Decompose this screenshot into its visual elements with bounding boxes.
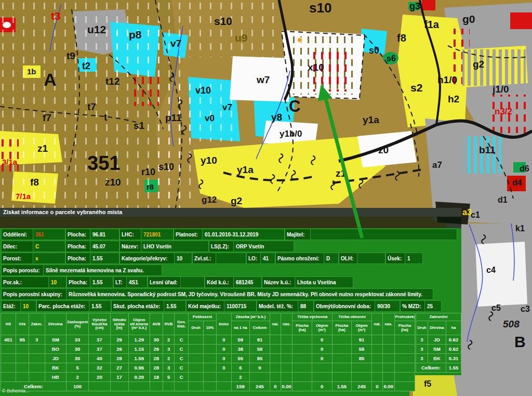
cell: 3 (416, 335, 428, 345)
cell: 91 (249, 335, 270, 345)
map-label-f1a: f1a (424, 19, 440, 30)
field-value: 1100715 (224, 300, 257, 312)
cell: 30 (66, 345, 88, 354)
cell: 28 (110, 354, 128, 363)
field-label: LO: (246, 253, 261, 264)
field-value: x (33, 253, 65, 264)
table-row: JD3040281.59282C05585085 (1, 354, 415, 363)
col-header: Objem stř.kmene (m³ b.k.) (128, 313, 150, 335)
cell (394, 363, 415, 373)
map-label-g12: g12 (202, 195, 217, 205)
map-label-c1: c1 (471, 210, 480, 219)
cell: 3 (416, 345, 428, 354)
map-label-v7: v7 (222, 102, 232, 112)
field-value: 1.55 (90, 253, 119, 264)
field-value: Lhota u Vsetína (295, 276, 353, 288)
col-header: ha (446, 321, 461, 335)
cell: 0 (216, 354, 231, 363)
cell: 33 (66, 335, 88, 345)
map-label-A: A (44, 70, 57, 89)
field-value: 721801 (141, 229, 174, 240)
cell (332, 354, 351, 363)
cell (332, 345, 351, 354)
cell: 2 (231, 373, 249, 382)
cell: 38 (231, 345, 249, 354)
cell (382, 373, 394, 382)
cell: BK (428, 354, 446, 363)
map-label-s6: s6 (387, 54, 396, 63)
cell (175, 382, 189, 391)
cell: 0.00 (382, 382, 394, 391)
map-label-j10: j1/0 (492, 84, 509, 95)
cell (312, 373, 332, 382)
selected-point-marker (297, 37, 302, 43)
cell: 29 (110, 335, 128, 345)
map-label-t12: t12 (105, 76, 119, 87)
cell (292, 354, 312, 363)
field-label: % MZD: (400, 300, 425, 312)
field-value: 41 (261, 253, 275, 264)
map-label-s10: s10 (158, 162, 174, 172)
map-label-t3: t3 (51, 10, 61, 22)
field-label: Porost: (1, 253, 33, 264)
map-label-g3: g3 (409, 1, 420, 11)
cell: 1.15 (128, 345, 150, 354)
cell (270, 345, 281, 354)
col-header: Druh (189, 321, 204, 335)
cell (270, 354, 281, 363)
cell (292, 345, 312, 354)
cell: 59 (231, 335, 249, 345)
col-header: Plocha (ha) (332, 321, 351, 335)
map-label-71a: 7/1a (16, 192, 31, 201)
map-label-s0: s0 (369, 45, 379, 56)
field-value: 681245 (234, 276, 262, 288)
cell: 58 (351, 345, 371, 354)
cell (189, 373, 204, 382)
cell: 5 (66, 363, 88, 373)
field-label: Platnost: (174, 229, 203, 240)
cell: C (175, 345, 189, 354)
map-label-v10: v10 (195, 85, 211, 96)
cell (16, 354, 29, 363)
map-label-r10: r10 (141, 167, 155, 177)
field-value: 4S1 (127, 276, 148, 288)
info-panel: Získat informace o parcele vybraného mís… (0, 208, 461, 396)
col-header: Věk (16, 313, 29, 335)
field-value (357, 253, 385, 264)
cell: 0.96 (128, 363, 150, 373)
cell: 100 (66, 382, 88, 391)
cell: 27 (110, 363, 128, 373)
map-label-x10: x10 (308, 62, 324, 73)
cell: 9 (249, 363, 270, 373)
field-label: Plocha: (65, 241, 90, 252)
cell (249, 373, 270, 382)
field-label: Název k.ú.: (262, 276, 295, 288)
map-label-f8: f8 (397, 32, 406, 44)
panel-shade-band (0, 217, 461, 228)
cell: C (175, 373, 189, 382)
cell: 37 (89, 335, 110, 345)
field-label: Oddělení: (1, 229, 33, 240)
col-group: Poškození (189, 313, 217, 321)
cell: 159 (231, 382, 249, 391)
info-row: Por.sk.:10Plocha:1.55LT:4S1Lesní úřad:Kó… (1, 276, 353, 288)
map-label-u9: u9 (235, 32, 248, 44)
cell (292, 373, 312, 382)
cell: 58 (249, 345, 270, 354)
field-value (216, 253, 246, 264)
field-label: LHC: (119, 229, 141, 240)
field-value: C (33, 241, 65, 252)
map-label-v0: v0 (205, 113, 215, 123)
cell: 3 (29, 335, 45, 345)
field-label: LT: (113, 276, 127, 288)
cell: 0 (216, 345, 231, 354)
cell: SM (45, 335, 66, 345)
map-attribution: © Bohemia... (2, 388, 29, 393)
col-header: Objem (m³) (351, 321, 371, 335)
cell (204, 335, 217, 345)
field-value (311, 229, 457, 240)
field-value: 1 (405, 253, 423, 264)
cell (128, 382, 150, 391)
cell: SM (428, 345, 446, 354)
cell (189, 363, 204, 373)
